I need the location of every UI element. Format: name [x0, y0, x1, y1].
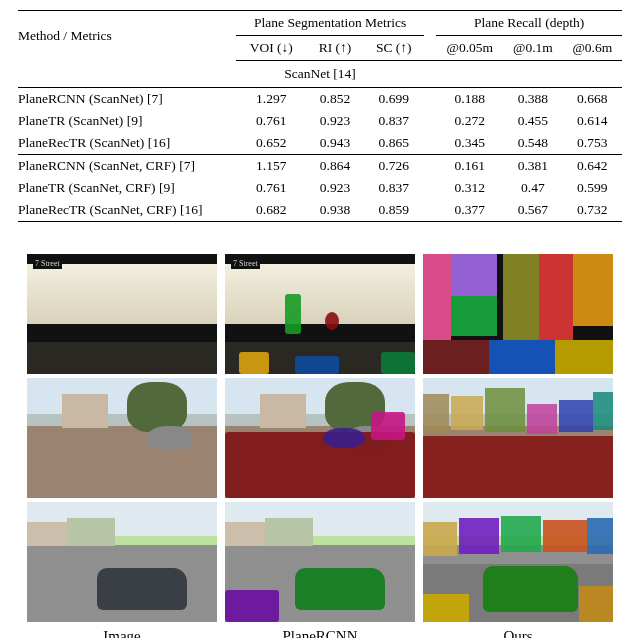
cell-r06: 0.732: [563, 199, 622, 222]
cell-method: PlaneTR (ScanNet, CRF) [9]: [18, 177, 236, 199]
cell-r01: 0.548: [503, 132, 562, 155]
cell-ri: 0.923: [306, 177, 363, 199]
table-row: PlaneRCNN (ScanNet) [7] 1.297 0.852 0.69…: [18, 88, 622, 111]
table-row: PlaneRecTR (ScanNet, CRF) [16] 0.682 0.9…: [18, 199, 622, 222]
figure-cell-ours-plaza: [423, 378, 613, 498]
cell-ri: 0.852: [306, 88, 363, 111]
cell-r01: 0.567: [503, 199, 562, 222]
figure-cell-ours-street: [423, 502, 613, 622]
cell-sc: 0.837: [363, 177, 424, 199]
figure-cell-ours-subway: [423, 254, 613, 374]
cell-method: PlaneRecTR (ScanNet) [16]: [18, 132, 236, 155]
cell-r005: 0.312: [436, 177, 503, 199]
subway-tag: 7 Street: [33, 258, 62, 269]
cell-method: PlaneRCNN (ScanNet, CRF) [7]: [18, 155, 236, 178]
cell-ri: 0.864: [306, 155, 363, 178]
cell-r06: 0.642: [563, 155, 622, 178]
cell-method: PlaneRecTR (ScanNet, CRF) [16]: [18, 199, 236, 222]
cell-voi: 0.761: [236, 110, 306, 132]
subway-tag: 7 Street: [231, 258, 260, 269]
col-r01: @0.1m: [503, 36, 562, 61]
cell-method: PlaneRCNN (ScanNet) [7]: [18, 88, 236, 111]
cell-sc: 0.865: [363, 132, 424, 155]
figure-col-label-planercnn: PlaneRCNN: [225, 626, 415, 638]
cell-sc: 0.859: [363, 199, 424, 222]
cell-voi: 1.157: [236, 155, 306, 178]
cell-method: PlaneTR (ScanNet) [9]: [18, 110, 236, 132]
figure-cell-planercnn-plaza: [225, 378, 415, 498]
cell-r005: 0.161: [436, 155, 503, 178]
cell-voi: 1.297: [236, 88, 306, 111]
table-row: PlaneRecTR (ScanNet) [16] 0.652 0.943 0.…: [18, 132, 622, 155]
figure-cell-image-subway: 7 Street: [27, 254, 217, 374]
col-r06: @0.6m: [563, 36, 622, 61]
section-scannet: ScanNet [14]: [18, 61, 622, 88]
col-voi: VOI (↓): [236, 36, 306, 61]
col-r005: @0.05m: [436, 36, 503, 61]
col-sc: SC (↑): [363, 36, 424, 61]
figure-grid: 7 Street 7 Street Image PlaneRCNN Ours: [27, 254, 613, 638]
cell-sc: 0.726: [363, 155, 424, 178]
cell-r06: 0.668: [563, 88, 622, 111]
cell-voi: 0.761: [236, 177, 306, 199]
cell-r01: 0.381: [503, 155, 562, 178]
cell-ri: 0.923: [306, 110, 363, 132]
figure-cell-image-street: [27, 502, 217, 622]
cell-sc: 0.699: [363, 88, 424, 111]
table-row: PlaneTR (ScanNet) [9] 0.761 0.923 0.837 …: [18, 110, 622, 132]
cell-r005: 0.377: [436, 199, 503, 222]
col-group-recall: Plane Recall (depth): [436, 11, 622, 36]
cell-ri: 0.943: [306, 132, 363, 155]
cell-r06: 0.614: [563, 110, 622, 132]
figure-cell-planercnn-street: [225, 502, 415, 622]
results-table: Method / Metrics Plane Segmentation Metr…: [18, 10, 622, 222]
col-group-seg: Plane Segmentation Metrics: [236, 11, 424, 36]
cell-r01: 0.388: [503, 88, 562, 111]
cell-voi: 0.682: [236, 199, 306, 222]
cell-ri: 0.938: [306, 199, 363, 222]
figure-col-label-image: Image: [27, 626, 217, 638]
col-ri: RI (↑): [306, 36, 363, 61]
figure-cell-planercnn-subway: 7 Street: [225, 254, 415, 374]
cell-r01: 0.47: [503, 177, 562, 199]
table-row: PlaneRCNN (ScanNet, CRF) [7] 1.157 0.864…: [18, 155, 622, 178]
figure-cell-image-plaza: [27, 378, 217, 498]
cell-r005: 0.345: [436, 132, 503, 155]
cell-r06: 0.599: [563, 177, 622, 199]
cell-sc: 0.837: [363, 110, 424, 132]
cell-r005: 0.272: [436, 110, 503, 132]
table-row: PlaneTR (ScanNet, CRF) [9] 0.761 0.923 0…: [18, 177, 622, 199]
cell-voi: 0.652: [236, 132, 306, 155]
col-method-metrics: Method / Metrics: [18, 11, 236, 61]
cell-r06: 0.753: [563, 132, 622, 155]
cell-r01: 0.455: [503, 110, 562, 132]
figure-col-label-ours: Ours: [423, 626, 613, 638]
cell-r005: 0.188: [436, 88, 503, 111]
